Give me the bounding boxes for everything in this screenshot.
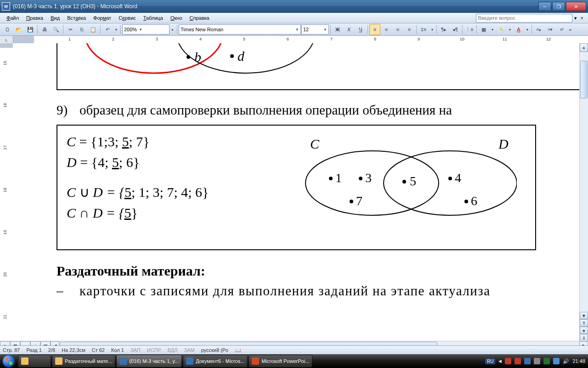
fontsize-combo[interactable]: 12▼ xyxy=(301,24,329,34)
venn-diagram-1: b d xyxy=(76,43,333,89)
highlight-dropdown-icon[interactable]: ▾ xyxy=(507,24,513,35)
paste-button[interactable]: 📋 xyxy=(88,24,99,35)
font-combo[interactable]: Times New Roman▼ xyxy=(179,24,301,34)
menu-tools[interactable]: Сервис xyxy=(115,14,140,22)
status-language[interactable]: русский (Ро xyxy=(201,347,228,353)
underline-button[interactable]: Ч xyxy=(355,24,366,35)
start-button[interactable] xyxy=(0,354,17,368)
svg-point-10 xyxy=(359,177,362,180)
bold-button[interactable]: Ж xyxy=(332,24,343,35)
new-doc-button[interactable]: 🗋 xyxy=(2,24,13,35)
tray-app-icon[interactable] xyxy=(524,358,531,364)
vertical-scrollbar[interactable]: ▲ ▼ ⇑ ● ⇓ xyxy=(579,43,588,341)
menu-insert[interactable]: Вставка xyxy=(63,14,90,22)
menu-help[interactable]: Справка xyxy=(186,14,213,22)
next-page-button[interactable]: ⇓ xyxy=(580,334,588,341)
minimize-button[interactable]: ─ xyxy=(538,2,551,11)
status-book-icon[interactable]: 📖 xyxy=(235,347,241,353)
scroll-down-button[interactable]: ▼ xyxy=(580,312,588,319)
subscript-button[interactable]: A▾ xyxy=(545,24,556,35)
language-indicator[interactable]: RU xyxy=(485,358,495,364)
toolbar-overflow-1[interactable]: ▸ xyxy=(170,24,175,35)
svg-point-6 xyxy=(305,151,439,215)
align-left-button[interactable]: ≡ xyxy=(369,24,380,35)
rtl-button[interactable]: ◂¶ xyxy=(450,24,461,35)
taskbar-item-folder[interactable]: Раздаточный мате... xyxy=(52,355,115,368)
tray-shield-icon[interactable] xyxy=(505,358,511,364)
scroll-thumb[interactable] xyxy=(580,61,588,98)
undo-dropdown-icon[interactable]: ▾ xyxy=(113,24,119,35)
tray-clock[interactable]: 21:48 xyxy=(572,358,585,364)
status-ovr[interactable]: ЗАМ xyxy=(184,347,195,353)
menu-edit[interactable]: Правка xyxy=(23,14,47,22)
window-title: (016) М-3 часть 1, урок 12 (ОН3) - Micro… xyxy=(13,3,538,10)
spacing-dropdown-icon[interactable]: ▾ xyxy=(430,24,435,35)
align-center-button[interactable]: ≡ xyxy=(381,24,392,35)
status-rec[interactable]: ЗАП xyxy=(130,347,141,353)
powerpoint-icon xyxy=(252,357,259,365)
cut-button[interactable]: ✂ xyxy=(65,24,76,35)
app-icon: W xyxy=(2,2,10,11)
numbering-button[interactable]: ⋮≡ xyxy=(464,24,475,35)
tray-battery-icon[interactable] xyxy=(543,358,550,364)
menu-file[interactable]: Файл xyxy=(3,14,23,22)
save-button[interactable]: 💾 xyxy=(25,24,36,35)
taskbar-item-explorer[interactable] xyxy=(18,355,51,368)
tray-usb-icon[interactable] xyxy=(534,358,540,364)
venn1-label-b: b xyxy=(194,49,201,64)
status-column: Кол 1 xyxy=(111,347,124,353)
menu-table[interactable]: Таблица xyxy=(140,14,167,22)
taskbar-item-word-1[interactable]: (016) М-3 часть 1, у... xyxy=(116,355,182,368)
toolbar-overflow-2[interactable]: x² xyxy=(556,24,567,35)
menu-dropdown-icon[interactable]: ▾ xyxy=(572,14,579,22)
fontcolor-dropdown-icon[interactable]: ▾ xyxy=(525,24,530,35)
taskbar-item-ppt[interactable]: Microsoft PowerPoi... xyxy=(249,355,312,368)
print-button[interactable]: 🖶 xyxy=(39,24,50,35)
menu-close-icon[interactable]: × xyxy=(579,14,585,22)
align-justify-button[interactable]: ≡ xyxy=(404,24,415,35)
scroll-up-button[interactable]: ▲ xyxy=(580,43,588,52)
prev-page-button[interactable]: ⇑ xyxy=(580,319,588,327)
menu-format[interactable]: Формат xyxy=(90,14,115,22)
border-button[interactable]: ▦ xyxy=(478,24,489,35)
document-page[interactable]: b d 9) образец для самопроверки выполнен… xyxy=(13,43,580,341)
ltr-button[interactable]: ¶▸ xyxy=(438,24,449,35)
toolbar-overflow-3[interactable]: ▸ xyxy=(568,24,573,35)
align-right-button[interactable]: ≡ xyxy=(392,24,403,35)
word-icon xyxy=(186,357,193,365)
tray-network-icon[interactable] xyxy=(553,358,560,364)
maximize-button[interactable]: ❐ xyxy=(552,2,565,11)
menu-window[interactable]: Окно xyxy=(167,14,186,22)
undo-button[interactable]: ↶ xyxy=(102,24,113,35)
svg-point-3 xyxy=(230,54,234,58)
svg-text:C: C xyxy=(310,136,320,151)
browse-object-button[interactable]: ● xyxy=(580,327,588,334)
vertical-ruler[interactable]: 15 16 17 18 19 20 21 xyxy=(0,43,13,341)
svg-text:6: 6 xyxy=(471,194,477,208)
taskbar-item-word-2[interactable]: Документ6 - Micros... xyxy=(183,355,248,368)
paragraph-9-text: образец для самопроверки выполнения опер… xyxy=(79,102,452,119)
copy-button[interactable]: ⎘ xyxy=(76,24,87,35)
help-search-input[interactable] xyxy=(476,14,572,23)
border-dropdown-icon[interactable]: ▾ xyxy=(490,24,495,35)
status-ext[interactable]: ВДЛ xyxy=(168,347,178,353)
highlight-button[interactable]: ✎ xyxy=(496,24,507,35)
status-position: На 22,3см xyxy=(62,347,85,353)
close-button[interactable]: ✕ xyxy=(566,2,586,11)
menu-view[interactable]: Вид xyxy=(47,14,63,22)
preview-button[interactable]: 🔍 xyxy=(51,24,62,35)
tray-ati-icon[interactable] xyxy=(514,358,521,364)
status-trk[interactable]: ИСПР xyxy=(147,347,161,353)
word-icon xyxy=(119,357,127,365)
fontcolor-button[interactable]: A xyxy=(513,24,524,35)
zoom-combo[interactable]: 200%▼ xyxy=(122,24,170,34)
tray-chevron-icon[interactable]: ◀ xyxy=(498,359,502,363)
superscript-button[interactable]: A▴ xyxy=(533,24,544,35)
titlebar: W (016) М-3 часть 1, урок 12 (ОН3) - Mic… xyxy=(0,0,588,13)
italic-button[interactable]: К xyxy=(344,24,355,35)
tray-volume-icon[interactable]: 🔊 xyxy=(563,358,569,364)
windows-orb-icon xyxy=(2,355,15,368)
open-button[interactable]: 📂 xyxy=(13,24,24,35)
line-spacing-button[interactable]: ‡≡ xyxy=(418,24,429,35)
svg-point-18 xyxy=(464,200,468,203)
